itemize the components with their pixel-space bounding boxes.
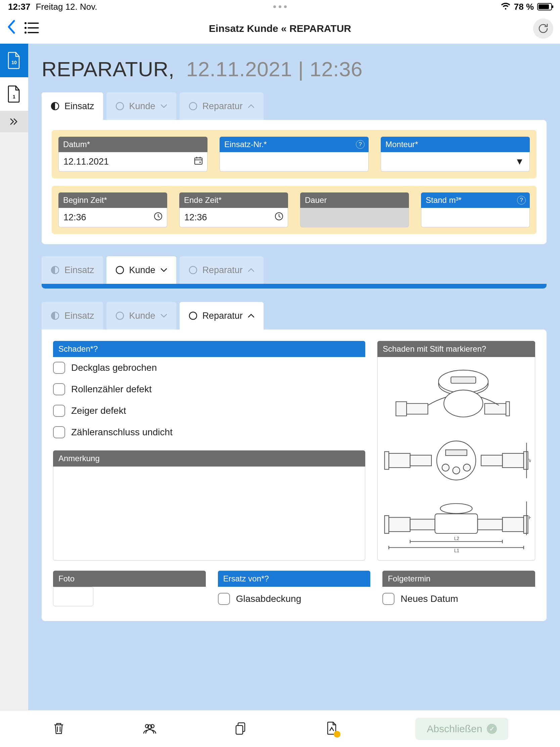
side-rail: 10 1 [0, 44, 28, 710]
help-icon[interactable]: ? [93, 344, 98, 354]
rail-badge-2: 1 [13, 94, 16, 99]
meter-diagram-canvas[interactable]: W H L2 L1 [377, 357, 535, 561]
checkbox-icon [53, 426, 65, 438]
monteur-label: Monteur* [381, 137, 530, 152]
tab-kunde-1[interactable]: Kunde [106, 93, 176, 120]
svg-rect-29 [524, 452, 528, 469]
anmerkung-textarea[interactable] [53, 467, 365, 561]
nav-header: Einsatz Kunde « REPARATUR [0, 14, 560, 44]
multitask-dots-icon[interactable] [273, 5, 287, 8]
svg-rect-33 [446, 450, 466, 456]
check-circle-icon: ✓ [487, 724, 497, 734]
battery-icon [537, 3, 552, 10]
calendar-icon[interactable] [194, 156, 203, 168]
monteur-select[interactable]: ▼ [381, 152, 530, 172]
svg-point-25 [444, 390, 483, 417]
check-rollenzaehler[interactable]: Rollenzähler defekt [53, 383, 365, 395]
tab-reparatur-2[interactable]: Reparatur [180, 256, 264, 284]
ende-input[interactable]: 12:36 [179, 208, 288, 227]
tab-reparatur-label: Reparatur [203, 101, 243, 111]
rail-doc-active[interactable]: 10 [0, 44, 28, 77]
tab-kunde-label: Kunde [129, 265, 156, 276]
tab-kunde-label: Kunde [129, 101, 156, 111]
bottom-toolbar: Abschließen ✓ [0, 710, 560, 747]
checkbox-icon [53, 405, 65, 417]
document-export-button[interactable] [324, 721, 339, 737]
tab-einsatz-label: Einsatz [64, 101, 94, 111]
chevron-up-icon [247, 268, 255, 273]
check-glasabdeckung[interactable]: Glasabdeckung [218, 593, 371, 605]
stand-input[interactable] [421, 208, 530, 227]
svg-rect-57 [236, 725, 243, 734]
kunde-collapsed-bar [42, 284, 546, 288]
svg-text:W: W [529, 458, 531, 463]
half-circle-icon [50, 265, 60, 275]
tabs-row-1: Einsatz Kunde Reparatur [42, 93, 546, 120]
clock-icon[interactable] [154, 212, 163, 223]
tab-einsatz-3[interactable]: Einsatz [42, 302, 103, 330]
help-icon[interactable]: ? [517, 196, 526, 205]
svg-point-21 [189, 312, 197, 319]
tab-einsatz-label: Einsatz [64, 311, 94, 321]
beginn-input[interactable]: 12:36 [58, 208, 167, 227]
finish-button[interactable]: Abschließen ✓ [415, 718, 508, 740]
circle-icon [115, 101, 125, 111]
tabs-row-2: Einsatz Kunde Reparatur [42, 256, 546, 284]
svg-rect-44 [477, 519, 502, 530]
stand-label: Stand m³*? [421, 192, 530, 208]
sync-button[interactable] [533, 19, 553, 38]
foto-add-button[interactable] [53, 587, 93, 606]
dauer-display [300, 208, 409, 227]
tab-reparatur-1[interactable]: Reparatur [180, 93, 264, 120]
svg-point-5 [25, 31, 27, 33]
help-icon[interactable]: ? [264, 574, 269, 584]
help-icon[interactable]: ? [482, 344, 486, 354]
tab-kunde-2[interactable]: Kunde [106, 256, 176, 284]
datum-label: Datum* [58, 137, 208, 152]
markieren-header: Schaden mit Stift markieren? [377, 341, 535, 357]
clock-icon[interactable] [274, 212, 284, 223]
tab-kunde-label: Kunde [129, 311, 156, 321]
checkbox-icon [218, 593, 230, 605]
svg-rect-9 [195, 158, 202, 164]
battery-percent: 78 % [514, 2, 534, 12]
rail-doc-2[interactable]: 1 [0, 77, 28, 111]
einsatz-nr-input[interactable] [219, 152, 369, 172]
anmerkung-header: Anmerkung [53, 450, 365, 467]
check-deckglas[interactable]: Deckglas gebrochen [53, 362, 365, 374]
rail-badge-1: 10 [11, 60, 17, 65]
circle-icon [188, 101, 198, 111]
tab-einsatz-2[interactable]: Einsatz [42, 256, 103, 284]
tabs-row-3: Einsatz Kunde Reparatur [42, 302, 546, 330]
circle-icon [188, 311, 198, 320]
copy-button[interactable] [233, 721, 248, 737]
check-zaehleranschluss[interactable]: Zähleranschluss undicht [53, 426, 365, 438]
schaden-checklist: Deckglas gebrochen Rollenzähler defekt Z… [53, 357, 365, 443]
svg-point-3 [25, 22, 27, 24]
circle-icon [115, 265, 125, 275]
dropdown-caret-icon: ▼ [515, 156, 524, 167]
help-icon[interactable]: ? [356, 140, 365, 149]
tab-reparatur-3[interactable]: Reparatur [180, 302, 264, 330]
tab-einsatz[interactable]: Einsatz [42, 93, 103, 120]
check-neues-datum[interactable]: Neues Datum [382, 593, 535, 605]
ende-label: Ende Zeit* [179, 192, 288, 208]
svg-text:L2: L2 [454, 536, 459, 541]
main-content: REPARATUR, 12.11.2021 | 12:36 Einsatz Ku… [28, 44, 560, 710]
svg-rect-41 [502, 517, 524, 531]
beginn-value: 12:36 [63, 212, 86, 223]
trash-button[interactable] [51, 721, 66, 737]
check-zeiger[interactable]: Zeiger defekt [53, 405, 365, 417]
back-button[interactable] [7, 19, 16, 38]
checkbox-icon [53, 362, 65, 374]
datum-input[interactable]: 12.11.2021 [58, 152, 208, 172]
page-title: REPARATUR, 12.11.2021 | 12:36 [42, 57, 546, 81]
wifi-icon [501, 2, 511, 12]
list-icon[interactable] [24, 22, 39, 35]
status-bar: 12:37 Freitag 12. Nov. 78 % [0, 0, 560, 14]
svg-point-4 [25, 27, 27, 29]
users-button[interactable] [142, 721, 157, 737]
rail-expand-button[interactable] [0, 111, 28, 132]
reparatur-panel: Schaden*? Deckglas gebrochen Rollenzähle… [42, 330, 546, 621]
tab-kunde-3[interactable]: Kunde [106, 302, 176, 330]
